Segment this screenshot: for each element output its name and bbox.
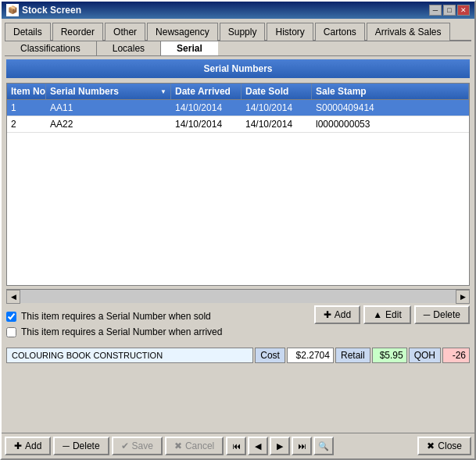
- nav-search-button[interactable]: 🔍: [313, 437, 334, 455]
- content-area: Details Reorder Other Newsagency Supply …: [2, 19, 474, 433]
- window-icon: 📦: [6, 4, 19, 16]
- tab-details[interactable]: Details: [5, 23, 51, 41]
- delete-icon: ─: [424, 309, 431, 320]
- checkbox-row-1: This item requires a Serial Number when …: [6, 311, 211, 322]
- subtab-classifications[interactable]: Classifications: [5, 41, 97, 55]
- footer-add-icon: ✚: [14, 440, 22, 451]
- title-bar: 📦 Stock Screen ─ □ ✕: [2, 2, 474, 19]
- footer-delete-icon: ─: [63, 440, 70, 451]
- window-title: Stock Screen: [22, 5, 81, 16]
- nav-next-button[interactable]: ▶: [270, 437, 290, 455]
- cell-item-no: 1: [7, 100, 46, 116]
- checkbox-action-row: This item requires a Serial Number when …: [6, 305, 470, 343]
- horizontal-scrollbar[interactable]: ◀ ▶: [6, 289, 470, 303]
- scroll-track[interactable]: [20, 290, 456, 303]
- close-window-button[interactable]: ✕: [457, 5, 470, 16]
- cell-serial: AA22: [46, 116, 171, 132]
- nav-last-button[interactable]: ⏭: [292, 437, 312, 455]
- tab-history[interactable]: History: [267, 23, 313, 41]
- action-buttons: ✚ Add ▲ Edit ─ Delete: [314, 305, 470, 324]
- cell-item-no: 2: [7, 116, 46, 132]
- item-name-field: COLOURING BOOK CONSTRUCTION: [6, 348, 253, 363]
- cell-sold: 14/10/2014: [242, 100, 312, 116]
- checkbox-section: This item requires a Serial Number when …: [6, 308, 222, 340]
- main-window: 📦 Stock Screen ─ □ ✕ Details Reorder Oth…: [0, 0, 476, 460]
- tab-supply[interactable]: Supply: [220, 23, 266, 41]
- checkbox-label-arrived: This item requires a Serial Number when …: [21, 326, 222, 337]
- checkbox-label-sold: This item requires a Serial Number when …: [21, 311, 211, 322]
- section-header: Serial Numbers: [6, 59, 470, 78]
- retail-value: $5.95: [372, 348, 407, 363]
- scroll-left-button[interactable]: ◀: [6, 290, 20, 304]
- cost-value: $2.2704: [287, 348, 334, 363]
- subtab-serial[interactable]: Serial: [161, 41, 218, 55]
- footer-add-button[interactable]: ✚ Add: [5, 437, 51, 455]
- retail-label: Retail: [335, 348, 370, 363]
- tab-arrivals-sales[interactable]: Arrivals & Sales: [367, 23, 450, 41]
- serial-numbers-grid: Item No. Serial Numbers ▼ Date Arrived D…: [6, 83, 470, 286]
- checkbox-serial-arrived[interactable]: [6, 327, 16, 337]
- footer-delete-button[interactable]: ─ Delete: [53, 437, 109, 455]
- edit-icon: ▲: [373, 309, 382, 320]
- col-header-sold[interactable]: Date Sold: [242, 84, 312, 99]
- footer-close-button[interactable]: ✖ Close: [417, 437, 471, 455]
- cell-serial: AA11: [46, 100, 171, 116]
- cost-label: Cost: [255, 348, 285, 363]
- footer-save-button[interactable]: ✔ Save: [112, 437, 163, 455]
- title-bar-left: 📦 Stock Screen: [6, 4, 81, 16]
- footer-save-icon: ✔: [121, 440, 129, 451]
- add-icon: ✚: [324, 309, 331, 320]
- cell-arrived: 14/10/2014: [171, 100, 242, 116]
- checkbox-row-2: This item requires a Serial Number when …: [6, 326, 222, 337]
- cell-stamp: S0000409414: [312, 100, 469, 116]
- checkbox-serial-sold[interactable]: [6, 312, 16, 322]
- info-bar: COLOURING BOOK CONSTRUCTION Cost $2.2704…: [6, 348, 470, 363]
- qoh-label: QOH: [409, 348, 441, 363]
- tab-row: Details Reorder Other Newsagency Supply …: [5, 22, 471, 41]
- cell-stamp: l0000000053: [312, 116, 469, 132]
- tab-reorder[interactable]: Reorder: [52, 23, 103, 41]
- footer: ✚ Add ─ Delete ✔ Save ✖ Cancel ⏮ ◀ ▶ ⏭ 🔍…: [2, 433, 474, 458]
- minimize-button[interactable]: ─: [429, 5, 442, 16]
- col-header-arrived[interactable]: Date Arrived: [171, 84, 242, 99]
- cell-sold: 14/10/2014: [242, 116, 312, 132]
- footer-cancel-button[interactable]: ✖ Cancel: [165, 437, 224, 455]
- nav-buttons: ⏮ ◀ ▶ ⏭ 🔍: [226, 437, 334, 455]
- tab-newsagency[interactable]: Newsagency: [147, 23, 218, 41]
- sub-tab-row: Classifications Locales Serial: [5, 41, 471, 56]
- subtab-locales[interactable]: Locales: [97, 41, 161, 55]
- nav-first-button[interactable]: ⏮: [226, 437, 246, 455]
- serial-col-dropdown-icon[interactable]: ▼: [160, 88, 166, 95]
- edit-serial-button[interactable]: ▲ Edit: [363, 305, 411, 324]
- cell-arrived: 14/10/2014: [171, 116, 242, 132]
- col-header-item-no[interactable]: Item No.: [7, 84, 46, 99]
- main-panel: Serial Numbers Item No. Serial Numbers ▼…: [5, 56, 471, 430]
- tab-cartons[interactable]: Cartons: [315, 23, 365, 41]
- scroll-right-button[interactable]: ▶: [456, 290, 470, 304]
- maximize-button[interactable]: □: [443, 5, 456, 16]
- tab-other[interactable]: Other: [105, 23, 145, 41]
- grid-body: 1 AA11 14/10/2014 14/10/2014 S0000409414…: [7, 100, 469, 285]
- nav-prev-button[interactable]: ◀: [248, 437, 268, 455]
- delete-serial-button[interactable]: ─ Delete: [414, 305, 470, 324]
- grid-row[interactable]: 2 AA22 14/10/2014 14/10/2014 l0000000053: [7, 116, 469, 133]
- col-header-serial[interactable]: Serial Numbers ▼: [46, 84, 171, 99]
- grid-row[interactable]: 1 AA11 14/10/2014 14/10/2014 S0000409414: [7, 100, 469, 116]
- add-serial-button[interactable]: ✚ Add: [314, 305, 360, 324]
- footer-cancel-icon: ✖: [174, 440, 182, 451]
- qoh-value: -26: [442, 348, 470, 363]
- close-icon: ✖: [427, 440, 435, 451]
- col-header-stamp[interactable]: Sale Stamp: [312, 84, 469, 99]
- title-buttons: ─ □ ✕: [429, 5, 470, 16]
- grid-header: Item No. Serial Numbers ▼ Date Arrived D…: [7, 84, 469, 100]
